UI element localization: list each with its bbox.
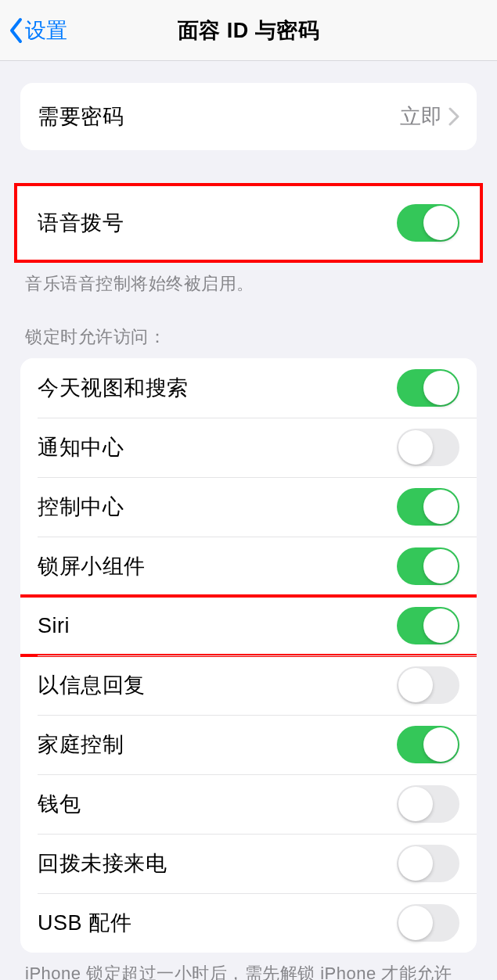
row-today-view: 今天视图和搜索: [20, 358, 477, 418]
notification-center-toggle[interactable]: [397, 429, 459, 466]
home-control-label: 家庭控制: [38, 731, 124, 759]
row-voice-dial: 语音拨号: [20, 189, 477, 257]
row-usb-accessories: USB 配件: [20, 893, 477, 953]
group-lock-access: 今天视图和搜索 通知中心 控制中心 锁屏小组件 Siri 以信息回复 家庭控制: [20, 358, 477, 953]
reply-message-toggle[interactable]: [397, 666, 459, 704]
lock-widgets-label: 锁屏小组件: [38, 552, 146, 580]
row-reply-message: 以信息回复: [20, 655, 477, 715]
row-siri: Siri: [20, 596, 477, 655]
home-control-toggle[interactable]: [397, 726, 459, 763]
require-passcode-value: 立即: [400, 102, 442, 131]
row-return-missed-calls: 回拨未接来电: [20, 834, 477, 893]
today-view-toggle[interactable]: [397, 369, 459, 407]
require-passcode-label: 需要密码: [38, 102, 124, 131]
control-center-label: 控制中心: [38, 493, 124, 521]
page-title: 面容 ID 与密码: [178, 16, 320, 45]
return-missed-calls-label: 回拨未接来电: [38, 849, 167, 878]
group-voice-dial: 语音拨号: [14, 183, 483, 263]
row-wallet: 钱包: [20, 774, 477, 834]
group-require-passcode: 需要密码 立即: [20, 83, 477, 150]
lock-widgets-toggle[interactable]: [397, 547, 459, 585]
chevron-left-icon: [8, 17, 25, 44]
voice-dial-toggle[interactable]: [397, 204, 459, 242]
voice-dial-footer: 音乐语音控制将始终被启用。: [0, 263, 497, 296]
wallet-label: 钱包: [38, 790, 81, 818]
row-lock-widgets: 锁屏小组件: [20, 537, 477, 596]
back-label: 设置: [25, 16, 67, 45]
usb-accessories-label: USB 配件: [38, 909, 131, 937]
siri-toggle[interactable]: [397, 607, 459, 644]
wallet-toggle[interactable]: [397, 785, 459, 823]
lock-access-header: 锁定时允许访问：: [0, 296, 497, 358]
return-missed-calls-toggle[interactable]: [397, 845, 459, 882]
usb-footer: iPhone 锁定超过一小时后，需先解锁 iPhone 才能允许 USB 配件连…: [0, 953, 497, 980]
siri-label: Siri: [38, 614, 70, 638]
today-view-label: 今天视图和搜索: [38, 374, 189, 402]
voice-dial-label: 语音拨号: [38, 209, 124, 237]
row-require-passcode[interactable]: 需要密码 立即: [20, 83, 477, 150]
reply-message-label: 以信息回复: [38, 671, 146, 699]
navbar: 设置 面容 ID 与密码: [0, 0, 497, 61]
control-center-toggle[interactable]: [397, 488, 459, 526]
row-control-center: 控制中心: [20, 477, 477, 537]
back-button[interactable]: 设置: [8, 16, 67, 45]
notification-center-label: 通知中心: [38, 433, 124, 461]
usb-accessories-toggle[interactable]: [397, 904, 459, 942]
row-notification-center: 通知中心: [20, 418, 477, 477]
chevron-right-icon: [448, 107, 459, 126]
row-home-control: 家庭控制: [20, 715, 477, 774]
